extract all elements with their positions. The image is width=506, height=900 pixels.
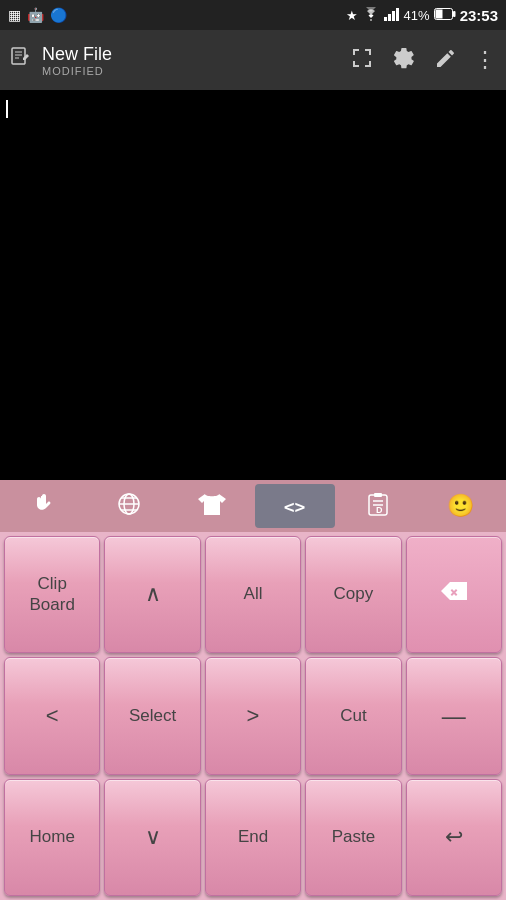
phone-icon: ▦ — [8, 7, 21, 23]
status-right: ★ 41% 23:53 — [346, 7, 498, 24]
down-key[interactable]: ∨ — [104, 779, 200, 896]
title-bar-left: New File MODIFIED — [10, 44, 350, 77]
star-icon: ★ — [346, 8, 358, 23]
svg-rect-7 — [12, 48, 25, 64]
up-key[interactable]: ∧ — [104, 536, 200, 653]
svg-rect-6 — [453, 11, 456, 17]
clipboard-icon: D — [366, 491, 390, 522]
pencil-icon[interactable] — [434, 47, 456, 73]
sync-icon: 🔵 — [50, 7, 67, 23]
backspace-key[interactable] — [406, 536, 502, 653]
keyboard-toolbar: <> D 🙂 — [0, 480, 506, 532]
svg-rect-3 — [396, 8, 399, 21]
end-key[interactable]: End — [205, 779, 301, 896]
key-row-2: < Select > Cut — — [4, 657, 502, 774]
title-bar: New File MODIFIED ⋮ — [0, 30, 506, 90]
expand-icon[interactable] — [350, 46, 374, 74]
keyboard-rows: Clip Board ∧ All Copy < — [0, 532, 506, 900]
key-row-3: Home ∨ End Paste ↩ — [4, 779, 502, 896]
code-icon: <> — [284, 496, 306, 517]
select-key[interactable]: Select — [104, 657, 200, 774]
edit-doc-icon — [10, 47, 32, 74]
editor-area[interactable] — [0, 90, 506, 480]
clipboard-key[interactable]: Clip Board — [4, 536, 100, 653]
wifi-icon — [362, 7, 380, 24]
return-key[interactable]: ↩ — [406, 779, 502, 896]
dash-key[interactable]: — — [406, 657, 502, 774]
toolbar-tshirt-btn[interactable] — [172, 484, 252, 528]
status-left: ▦ 🤖 🔵 — [8, 7, 67, 23]
right-key[interactable]: > — [205, 657, 301, 774]
time: 23:53 — [460, 7, 498, 24]
battery-icon — [434, 8, 456, 23]
toolbar-gesture-btn[interactable] — [6, 484, 86, 528]
left-key[interactable]: < — [4, 657, 100, 774]
all-key[interactable]: All — [205, 536, 301, 653]
svg-rect-0 — [384, 17, 387, 21]
toolbar-globe-btn[interactable] — [89, 484, 169, 528]
more-icon[interactable]: ⋮ — [474, 47, 496, 73]
text-cursor — [6, 100, 8, 118]
globe-icon — [116, 491, 142, 522]
key-row-1: Clip Board ∧ All Copy — [4, 536, 502, 653]
toolbar-code-btn[interactable]: <> — [255, 484, 335, 528]
android-icon: 🤖 — [27, 7, 44, 23]
svg-rect-5 — [435, 9, 442, 18]
signal-icon — [384, 7, 400, 24]
svg-rect-2 — [392, 11, 395, 21]
settings-icon[interactable] — [392, 46, 416, 74]
title-text: New File MODIFIED — [42, 44, 112, 77]
home-key[interactable]: Home — [4, 779, 100, 896]
toolbar-emoji-btn[interactable]: 🙂 — [421, 484, 501, 528]
status-bar: ▦ 🤖 🔵 ★ 41% — [0, 0, 506, 30]
svg-text:D: D — [376, 505, 383, 515]
title-bar-right: ⋮ — [350, 46, 496, 74]
svg-rect-14 — [374, 493, 382, 497]
emoji-icon: 🙂 — [447, 493, 474, 519]
battery-text: 41% — [404, 8, 430, 23]
gesture-icon — [32, 490, 60, 523]
copy-key[interactable]: Copy — [305, 536, 401, 653]
keyboard-container: <> D 🙂 Clip Board ∧ — [0, 480, 506, 900]
paste-key[interactable]: Paste — [305, 779, 401, 896]
file-status: MODIFIED — [42, 65, 112, 77]
cut-key[interactable]: Cut — [305, 657, 401, 774]
tshirt-icon — [198, 491, 226, 522]
toolbar-clipboard-btn[interactable]: D — [338, 484, 418, 528]
file-title: New File — [42, 44, 112, 65]
svg-rect-1 — [388, 14, 391, 21]
